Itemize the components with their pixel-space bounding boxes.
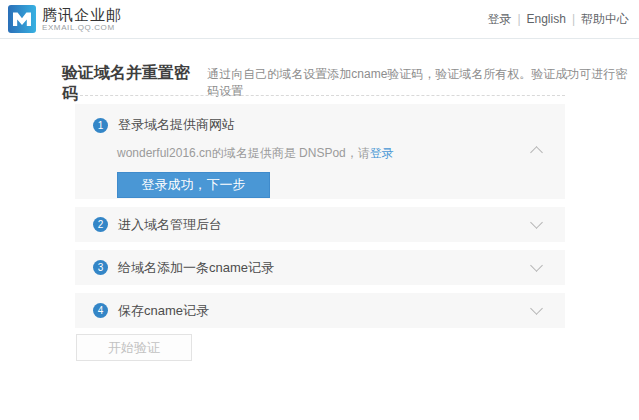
brand-domain: EXMAIL.QQ.COM: [42, 24, 122, 32]
step-4-number-badge: 4: [93, 303, 108, 318]
step-1-title: 登录域名提供商网站: [118, 116, 235, 134]
step-2-title: 进入域名管理后台: [118, 216, 222, 234]
step-1-header[interactable]: 1 登录域名提供商网站: [75, 104, 565, 134]
top-nav: 登录 | English | 帮助中心: [487, 11, 629, 28]
chevron-down-icon[interactable]: [530, 216, 543, 229]
step-1-body: wonderful2016.cn的域名提供商是 DNSPod，请登录 登录成功，…: [75, 145, 565, 198]
step-panel-1: 1 登录域名提供商网站 wonderful2016.cn的域名提供商是 DNSP…: [75, 104, 565, 199]
nav-separator: |: [572, 12, 575, 26]
step-3-number-badge: 3: [93, 260, 108, 275]
step-1-number-badge: 1: [93, 118, 108, 133]
step-4-title: 保存cname记录: [118, 302, 209, 320]
step-3-header[interactable]: 3 给域名添加一条cname记录: [75, 259, 274, 277]
step-panel-4[interactable]: 4 保存cname记录: [75, 293, 565, 328]
exmail-logo-icon: [8, 5, 36, 33]
language-link[interactable]: English: [527, 12, 566, 26]
step-1-detail-text: wonderful2016.cn的域名提供商是 DNSPod，请: [117, 146, 370, 160]
chevron-down-icon[interactable]: [530, 259, 543, 272]
nav-separator: |: [517, 12, 520, 26]
start-verify-button[interactable]: 开始验证: [76, 334, 192, 361]
header: 腾讯企业邮 EXMAIL.QQ.COM 登录 | English | 帮助中心: [0, 0, 639, 39]
step-2-header[interactable]: 2 进入域名管理后台: [75, 216, 222, 234]
brand-text: 腾讯企业邮 EXMAIL.QQ.COM: [42, 7, 122, 32]
step-2-number-badge: 2: [93, 217, 108, 232]
brand: 腾讯企业邮 EXMAIL.QQ.COM: [8, 5, 122, 33]
chevron-down-icon[interactable]: [530, 302, 543, 315]
step-1-detail: wonderful2016.cn的域名提供商是 DNSPod，请登录: [117, 145, 565, 162]
step-3-title: 给域名添加一条cname记录: [118, 259, 274, 277]
step-panel-3[interactable]: 3 给域名添加一条cname记录: [75, 250, 565, 285]
step-panel-2[interactable]: 2 进入域名管理后台: [75, 207, 565, 242]
step-1-login-link[interactable]: 登录: [370, 146, 394, 160]
step-1-next-button[interactable]: 登录成功，下一步: [117, 172, 270, 198]
brand-name: 腾讯企业邮: [42, 7, 122, 22]
login-link[interactable]: 登录: [487, 11, 511, 28]
step-4-header[interactable]: 4 保存cname记录: [75, 302, 209, 320]
steps-accordion: 1 登录域名提供商网站 wonderful2016.cn的域名提供商是 DNSP…: [75, 95, 565, 336]
help-center-link[interactable]: 帮助中心: [581, 11, 629, 28]
